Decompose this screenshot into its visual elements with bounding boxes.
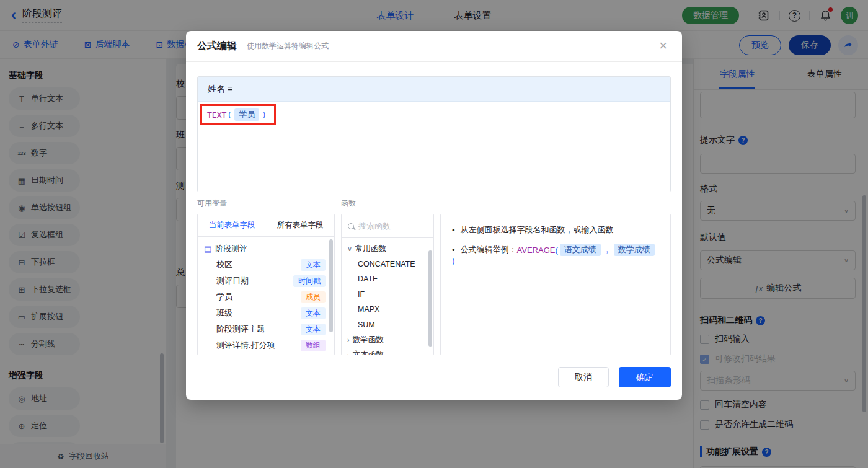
variables-label: 可用变量 — [197, 198, 227, 209]
bullet-icon: • — [452, 226, 455, 235]
confirm-button[interactable]: 确定 — [619, 367, 671, 387]
app-window: ‹ 阶段测评 表单设计 表单设置 数据管理 ? — [0, 0, 868, 468]
chevron-right-icon: › — [347, 351, 350, 355]
tab-current-form-fields[interactable]: 当前表单字段 — [209, 220, 255, 231]
modal-subtitle: 使用数学运算符编辑公式 — [247, 41, 329, 51]
type-tag: 时间戳 — [293, 275, 326, 287]
variable-root-row[interactable]: ▤ 阶段测评 — [198, 241, 334, 257]
function-item[interactable]: IF — [342, 287, 433, 302]
variables-panel: 当前表单字段 所有表单字段 ▤ 阶段测评 校区 文本 测评日期 时间戳 学员 成… — [197, 214, 335, 355]
modal-title: 公式编辑 — [197, 40, 237, 53]
formula-function-name: TEXT — [207, 110, 226, 120]
tab-all-form-fields[interactable]: 所有表单字段 — [277, 220, 324, 231]
variable-row-partial[interactable] — [198, 353, 334, 355]
formula-editor: 姓名 = TEXT ( 学员 ) — [197, 76, 671, 192]
close-icon[interactable]: × — [659, 39, 667, 53]
type-tag: 文本 — [301, 324, 326, 335]
functions-panel: ∨ 常用函数 CONCATENATE DATE IF MAPX SUM › 数学… — [341, 214, 434, 355]
function-group-text[interactable]: › 文本函数 — [342, 348, 433, 356]
modal-header: 公式编辑 使用数学运算符编辑公式 — [186, 31, 682, 62]
function-group-common[interactable]: ∨ 常用函数 — [342, 241, 433, 257]
formula-input-area[interactable]: TEXT ( 学员 ) — [198, 102, 670, 192]
function-item[interactable]: CONCATENATE — [342, 257, 433, 272]
example-field-chip: 数学成绩 — [614, 244, 655, 256]
cancel-button[interactable]: 取消 — [558, 367, 609, 387]
formula-close-paren: ) — [262, 110, 267, 120]
function-group-math[interactable]: › 数学函数 — [342, 332, 433, 348]
formula-target-bar: 姓名 = — [198, 77, 670, 102]
function-search-input[interactable] — [358, 221, 420, 231]
tip-line-2: • 公式编辑举例： AVERAGE ( 语文成绩 ， 数学成绩 ) — [452, 244, 659, 265]
variable-row[interactable]: 学员 成员 — [198, 289, 334, 305]
variable-row[interactable]: 校区 文本 — [198, 257, 334, 273]
formula-open-paren: ( — [227, 110, 232, 120]
form-doc-icon: ▤ — [204, 244, 211, 254]
chevron-down-icon: ∨ — [347, 245, 352, 253]
function-item[interactable]: SUM — [342, 317, 433, 333]
variable-row[interactable]: 阶段测评主题 文本 — [198, 321, 334, 337]
variable-row[interactable]: 班级 文本 — [198, 305, 334, 321]
function-item[interactable]: DATE — [342, 272, 433, 287]
bullet-icon: • — [452, 245, 455, 255]
search-icon — [348, 223, 354, 229]
functions-scrollbar[interactable] — [428, 250, 432, 347]
functions-label: 函数 — [341, 198, 356, 209]
function-search — [342, 214, 433, 238]
variables-tabs: 当前表单字段 所有表单字段 — [198, 214, 334, 237]
formula-editor-modal: 公式编辑 使用数学运算符编辑公式 × 姓名 = TEXT ( 学员 ) 可用变量… — [186, 31, 682, 400]
tips-panel: • 从左侧面板选择字段名和函数，或输入函数 • 公式编辑举例： AVERAGE … — [440, 214, 671, 355]
type-tag: 文本 — [301, 259, 326, 271]
variable-row[interactable]: 测评详情.打分项 数组 — [198, 337, 334, 353]
variables-scrollbar[interactable] — [329, 239, 333, 332]
type-tag: 成员 — [301, 291, 326, 303]
variable-row[interactable]: 测评日期 时间戳 — [198, 273, 334, 289]
formula-field-chip: 学员 — [234, 108, 259, 121]
annotation-highlight-box: TEXT ( 学员 ) — [200, 104, 276, 125]
tip-line-1: • 从左侧面板选择字段名和函数，或输入函数 — [452, 224, 659, 236]
type-tag: 文本 — [301, 307, 326, 319]
function-item[interactable]: MAPX — [342, 302, 433, 317]
example-field-chip: 语文成绩 — [560, 244, 601, 256]
chevron-right-icon: › — [347, 336, 350, 343]
type-tag: 数组 — [301, 340, 326, 351]
example-function-name: AVERAGE — [517, 245, 556, 255]
